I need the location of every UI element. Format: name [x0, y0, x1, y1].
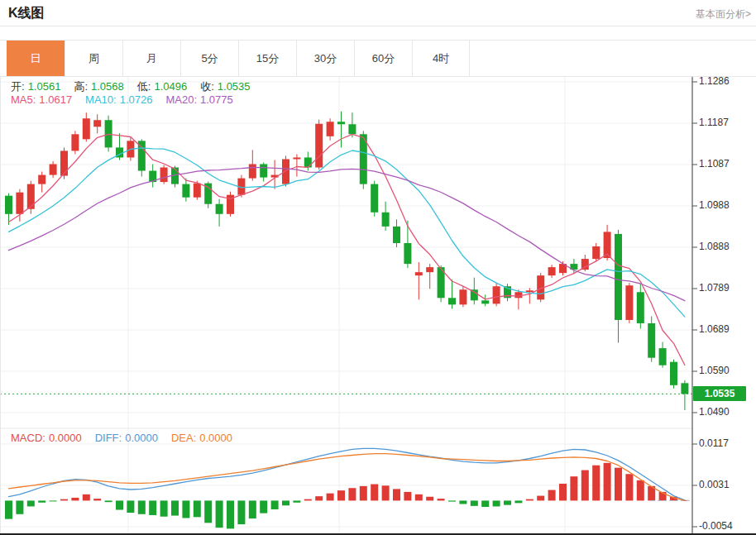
tab-60分[interactable]: 60分 [354, 41, 412, 77]
macd-axis-label: -0.0054 [699, 520, 754, 532]
y-axis-label: 1.1187 [699, 117, 754, 128]
tab-15分[interactable]: 15分 [238, 41, 296, 77]
tab-日[interactable]: 日 [7, 41, 65, 77]
kline-widget: K线图 基本面分析> 日周月5分15分30分60分4时 开:1.0561高:1.… [0, 0, 756, 535]
macd-item-1: DIFF:0.0000 [95, 432, 161, 444]
tab-4时[interactable]: 4时 [412, 41, 470, 77]
ma-item-0: MA5:1.0617 [11, 93, 75, 106]
fundamental-analysis-link[interactable]: 基本面分析> [696, 7, 751, 21]
ma-item-1: MA10:1.0726 [85, 93, 156, 106]
widget-header: K线图 基本面分析> [0, 0, 756, 26]
tab-5分[interactable]: 5分 [180, 41, 238, 77]
tab-周[interactable]: 周 [65, 41, 122, 77]
y-axis-label: 1.1286 [699, 75, 754, 87]
macd-axis-label: 0.0031 [699, 479, 754, 490]
y-axis-label: 1.0490 [699, 406, 754, 418]
tab-月[interactable]: 月 [122, 41, 180, 77]
y-axis-label: 1.0888 [699, 241, 754, 252]
page-title: K线图 [8, 5, 45, 22]
ohlc-item-3: 收:1.0535 [200, 80, 253, 93]
chart-area: 开:1.0561高:1.0568低:1.0496收:1.0535 MA5:1.0… [0, 76, 756, 535]
macd-item-0: MACD:0.0000 [11, 432, 85, 444]
y-axis-label: 1.0789 [699, 282, 754, 294]
macd-item-2: DEA:0.0000 [171, 432, 236, 444]
current-price-badge: 1.0535 [693, 386, 746, 401]
ohlc-legend: 开:1.0561高:1.0568低:1.0496收:1.0535 [11, 79, 264, 94]
kline-chart-svg [0, 77, 756, 535]
y-axis-label: 1.1087 [699, 158, 754, 170]
y-axis-label: 1.0689 [699, 323, 754, 335]
tab-30分[interactable]: 30分 [296, 41, 354, 77]
macd-legend: MACD:0.0000DIFF:0.0000DEA:0.0000 [11, 432, 246, 444]
y-axis-label: 1.0988 [699, 199, 754, 211]
ohlc-item-0: 开:1.0561 [11, 80, 64, 93]
interval-tabbar: 日周月5分15分30分60分4时 [0, 40, 756, 76]
macd-axis-label: 0.0117 [699, 437, 754, 449]
ma-item-2: MA20:1.0775 [165, 93, 236, 106]
y-axis-label: 1.0590 [699, 365, 754, 376]
ma-legend: MA5:1.0617MA10:1.0726MA20:1.0775 [11, 93, 246, 106]
ohlc-item-1: 高:1.0568 [74, 80, 127, 93]
ohlc-item-2: 低:1.0496 [137, 80, 190, 93]
